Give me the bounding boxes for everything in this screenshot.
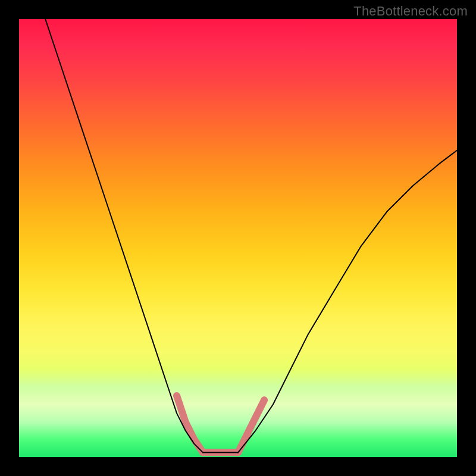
watermark-text: TheBottleneck.com <box>353 4 468 19</box>
left-branch-line <box>45 19 203 453</box>
plot-area <box>19 19 457 457</box>
main-curves <box>45 19 457 453</box>
highlight-markers <box>177 396 264 453</box>
chart-svg <box>19 19 457 457</box>
highlight-right-segment <box>238 400 264 452</box>
outer-frame: TheBottleneck.com <box>0 0 476 476</box>
right-branch-line <box>238 151 457 453</box>
highlight-left-segment <box>177 396 203 453</box>
